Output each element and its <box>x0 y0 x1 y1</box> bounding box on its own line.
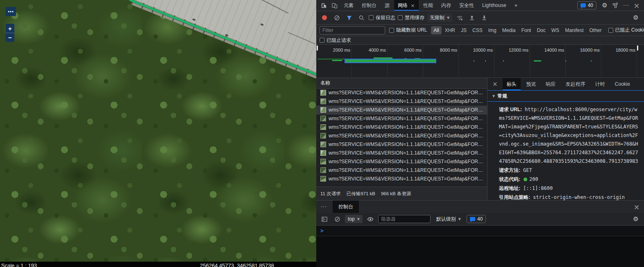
referrer-policy-field: 引用站点策略:strict-origin-when-cross-origin <box>499 193 638 200</box>
console-output-area[interactable] <box>316 236 644 267</box>
more-options-icon[interactable]: ⋯ <box>621 1 631 10</box>
hide-data-urls-checkbox[interactable]: 隐藏数据 URL <box>389 27 427 34</box>
tab-sources[interactable]: 源 <box>381 0 393 11</box>
request-row[interactable]: wms?SERVICE=WMS&VERSION=1.1.1&REQUEST=Ge… <box>316 166 487 175</box>
checkbox <box>369 15 374 20</box>
zoom-out-button[interactable]: − <box>6 33 14 42</box>
console-sidebar-toggle-icon[interactable] <box>320 215 329 224</box>
tab-performance[interactable]: 性能 <box>420 0 437 11</box>
tab-headers[interactable]: 标头 <box>503 78 521 90</box>
filter-type-other[interactable]: Other <box>587 26 604 34</box>
map-coordinates-text: 256264.45773, 3462581.85738 <box>200 262 274 267</box>
inspect-element-icon[interactable] <box>319 1 329 10</box>
filter-type-media[interactable]: Media <box>500 26 518 34</box>
tab-response[interactable]: 响应 <box>542 78 560 90</box>
request-row[interactable]: wms?SERVICE=WMS&VERSION=1.1.1&REQUEST=Ge… <box>316 175 487 183</box>
tab-lighthouse[interactable]: Lighthouse <box>478 0 510 11</box>
filter-type-img[interactable]: Img <box>486 26 499 34</box>
network-filter-input[interactable] <box>320 26 385 34</box>
timeline-bar <box>503 60 504 62</box>
network-conditions-icon[interactable] <box>455 13 465 22</box>
zoom-in-button[interactable]: + <box>6 24 14 33</box>
filter-type-css[interactable]: CSS <box>470 26 485 34</box>
network-timeline-overview[interactable]: 2000 ms 4000 ms 6000 ms 8000 ms 10000 ms… <box>316 45 644 78</box>
request-row[interactable]: wms?SERVICE=WMS&VERSION=1.1.1&REQUEST=Ge… <box>316 89 487 97</box>
throttling-dropdown[interactable]: 无限制 ▼ <box>427 14 452 22</box>
filter-type-font[interactable]: Font <box>519 26 533 34</box>
filter-type-manifest[interactable]: Manifest <box>562 26 586 34</box>
resources-size: 966 kB 条资源 <box>381 191 411 197</box>
issues-counter-button[interactable]: 40 <box>577 1 596 9</box>
field-value: [::1]:8600 <box>523 185 553 191</box>
request-details-pane: × 标头 预览 响应 发起程序 计时 Cookie ▼ 常规 请求 URL:ht… <box>488 78 644 200</box>
drawer-tab-console[interactable]: 控制台 <box>333 201 359 213</box>
search-icon[interactable] <box>356 13 366 22</box>
settings-gear-icon[interactable]: ⚙ <box>600 1 610 10</box>
filter-type-js[interactable]: JS <box>458 26 469 34</box>
network-settings-gear-icon[interactable]: ⚙ <box>631 13 641 22</box>
clear-console-icon[interactable] <box>332 215 342 224</box>
console-filter-input[interactable] <box>378 215 431 223</box>
close-tab-icon[interactable]: × <box>410 2 415 9</box>
tab-elements[interactable]: 元素 <box>340 0 357 11</box>
network-summary-bar: 11 次请求 已传输971 kB 966 kB 条资源 <box>316 187 487 200</box>
filter-type-doc[interactable]: Doc <box>534 26 548 34</box>
request-row[interactable]: wms?SERVICE=WMS&VERSION=1.1.1&REQUEST=Ge… <box>316 149 487 157</box>
request-row[interactable]: wms?SERVICE=WMS&VERSION=1.1.1&REQUEST=Ge… <box>316 114 487 123</box>
filter-type-ws[interactable]: WS <box>549 26 562 34</box>
preserve-log-checkbox[interactable]: 保留日志 <box>369 14 395 21</box>
request-row[interactable]: wms?SERVICE=WMS&VERSION=1.1.1&REQUEST=Ge… <box>316 123 487 132</box>
image-thumbnail-icon <box>320 116 326 121</box>
request-row[interactable]: wms?SERVICE=WMS&VERSION=1.1.1&REQUEST=Ge… <box>316 132 487 140</box>
export-har-icon[interactable] <box>479 13 489 22</box>
overview-window-handle[interactable] <box>637 46 638 50</box>
tab-cookies[interactable]: Cookie <box>611 78 634 90</box>
live-expression-eye-icon[interactable] <box>365 215 375 224</box>
clear-network-log-icon[interactable] <box>332 13 342 22</box>
disable-cache-checkbox[interactable]: 禁用缓存 <box>398 14 424 21</box>
console-settings-gear-icon[interactable]: ⚙ <box>631 215 641 224</box>
blocked-requests-checkbox[interactable]: 已阻止请求 <box>320 37 351 44</box>
name-column-header[interactable]: 名称 <box>316 78 487 89</box>
close-devtools-icon[interactable]: × <box>632 1 642 10</box>
request-row[interactable]: wms?SERVICE=WMS&VERSION=1.1.1&REQUEST=Ge… <box>316 140 487 149</box>
close-drawer-icon[interactable]: × <box>632 202 642 211</box>
tab-preview[interactable]: 预览 <box>522 78 540 90</box>
issues-count: 40 <box>588 2 593 8</box>
overview-window-handle[interactable] <box>317 46 318 50</box>
general-section-header[interactable]: ▼ 常规 <box>488 91 644 102</box>
hide-data-urls-label: 隐藏数据 URL <box>396 27 427 34</box>
map-canvas[interactable]: ••• + − Scale = 1 : 193 256264.45773, 34… <box>0 0 316 267</box>
close-details-icon[interactable]: × <box>489 80 501 88</box>
drawer-more-tabs-icon[interactable]: ⋯ <box>319 202 329 211</box>
filter-funnel-icon[interactable] <box>344 13 354 22</box>
chevron-down-icon: ▼ <box>357 217 360 221</box>
context-value: top <box>348 216 355 222</box>
tab-initiator[interactable]: 发起程序 <box>562 78 590 90</box>
network-filter-bar: 隐藏数据 URL All XHR JS CSS Img Media Font D… <box>316 25 644 36</box>
more-tabs-chevron[interactable]: » <box>511 0 521 11</box>
console-prompt-row[interactable]: > <box>316 226 644 236</box>
import-har-icon[interactable] <box>467 13 477 22</box>
map-menu-button[interactable]: ••• <box>6 7 16 16</box>
request-row[interactable]: wms?SERVICE=WMS&VERSION=1.1.1&REQUEST=Ge… <box>316 157 487 166</box>
filter-type-xhr[interactable]: XHR <box>442 26 458 34</box>
log-level-dropdown[interactable]: 默认级别 ▼ <box>433 215 464 224</box>
issues-bubble-icon <box>470 217 475 221</box>
tab-security[interactable]: 安全性 <box>456 0 478 11</box>
blocked-cookies-checkbox[interactable]: 已阻止 Cookie <box>608 27 644 34</box>
timeline-tick: 8000 ms <box>423 48 459 52</box>
device-toolbar-icon[interactable] <box>329 1 339 10</box>
console-issues-button[interactable]: 40 <box>467 215 486 223</box>
request-row[interactable]: wms?SERVICE=WMS&VERSION=1.1.1&REQUEST=Ge… <box>316 97 487 106</box>
filter-type-all[interactable]: All <box>431 26 441 34</box>
record-network-log-button[interactable] <box>322 15 327 20</box>
timeline-selection-window[interactable] <box>345 59 436 63</box>
console-context-selector[interactable]: top ▼ <box>345 215 363 223</box>
tab-memory[interactable]: 内存 <box>438 0 455 11</box>
request-row-selected[interactable]: wms?SERVICE=WMS&VERSION=1.1.1&REQUEST=Ge… <box>316 106 487 114</box>
tab-network[interactable]: 网络 × <box>394 0 419 11</box>
tab-console[interactable]: 控制台 <box>358 0 380 11</box>
tab-timing[interactable]: 计时 <box>591 78 609 90</box>
graph-nodes-icon[interactable] <box>610 1 620 10</box>
